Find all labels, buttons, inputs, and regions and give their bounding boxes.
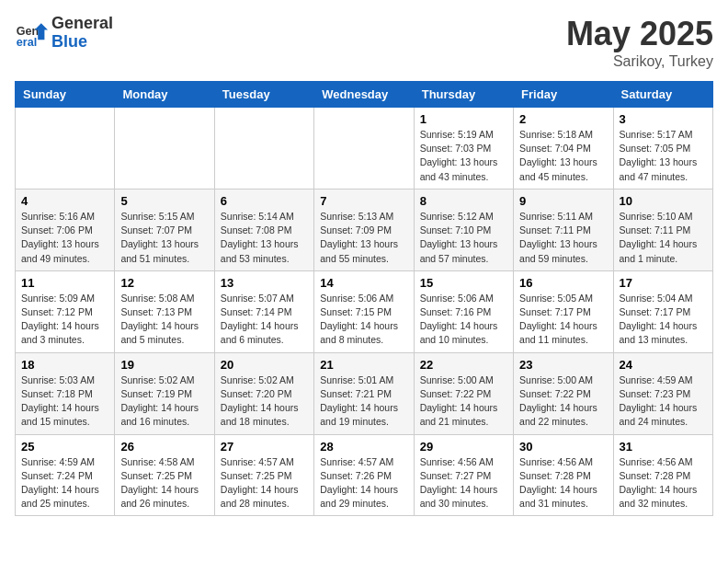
day-number: 7 bbox=[320, 194, 407, 208]
weekday-header-row: SundayMondayTuesdayWednesdayThursdayFrid… bbox=[16, 82, 713, 108]
weekday-header: Sunday bbox=[16, 82, 115, 108]
weekday-header: Thursday bbox=[414, 82, 513, 108]
calendar-cell: 24Sunrise: 4:59 AM Sunset: 7:23 PM Dayli… bbox=[613, 352, 712, 434]
calendar-cell: 23Sunrise: 5:00 AM Sunset: 7:22 PM Dayli… bbox=[514, 352, 613, 434]
day-info: Sunrise: 4:58 AM Sunset: 7:25 PM Dayligh… bbox=[120, 455, 208, 511]
calendar-cell: 30Sunrise: 4:56 AM Sunset: 7:28 PM Dayli… bbox=[514, 434, 613, 516]
day-info: Sunrise: 5:08 AM Sunset: 7:13 PM Dayligh… bbox=[120, 292, 208, 348]
day-info: Sunrise: 5:19 AM Sunset: 7:03 PM Dayligh… bbox=[420, 128, 507, 184]
calendar-cell: 20Sunrise: 5:02 AM Sunset: 7:20 PM Dayli… bbox=[214, 352, 313, 434]
calendar-cell: 22Sunrise: 5:00 AM Sunset: 7:22 PM Dayli… bbox=[414, 352, 513, 434]
weekday-header: Wednesday bbox=[314, 82, 414, 108]
day-number: 26 bbox=[120, 440, 208, 454]
calendar-cell bbox=[314, 108, 414, 190]
day-info: Sunrise: 5:02 AM Sunset: 7:19 PM Dayligh… bbox=[120, 373, 208, 430]
day-info: Sunrise: 5:09 AM Sunset: 7:12 PM Dayligh… bbox=[21, 292, 108, 348]
day-info: Sunrise: 5:07 AM Sunset: 7:14 PM Dayligh… bbox=[221, 292, 308, 348]
day-number: 9 bbox=[519, 194, 607, 208]
calendar-cell: 6Sunrise: 5:14 AM Sunset: 7:08 PM Daylig… bbox=[214, 189, 313, 270]
calendar-cell: 7Sunrise: 5:13 AM Sunset: 7:09 PM Daylig… bbox=[314, 189, 414, 270]
calendar-cell: 21Sunrise: 5:01 AM Sunset: 7:21 PM Dayli… bbox=[314, 352, 414, 434]
day-number: 20 bbox=[221, 358, 308, 372]
day-info: Sunrise: 5:00 AM Sunset: 7:22 PM Dayligh… bbox=[519, 373, 607, 430]
day-number: 1 bbox=[420, 112, 507, 126]
weekday-header: Saturday bbox=[613, 82, 712, 108]
title-block: May 2025 Sarikoy, Turkey bbox=[566, 15, 713, 70]
calendar-cell: 13Sunrise: 5:07 AM Sunset: 7:14 PM Dayli… bbox=[214, 270, 313, 352]
calendar-cell: 1Sunrise: 5:19 AM Sunset: 7:03 PM Daylig… bbox=[414, 108, 513, 190]
calendar-cell: 8Sunrise: 5:12 AM Sunset: 7:10 PM Daylig… bbox=[414, 189, 513, 270]
day-number: 10 bbox=[620, 194, 707, 208]
day-info: Sunrise: 5:06 AM Sunset: 7:16 PM Dayligh… bbox=[420, 292, 507, 348]
svg-text:eral: eral bbox=[17, 36, 37, 49]
day-info: Sunrise: 5:00 AM Sunset: 7:22 PM Dayligh… bbox=[420, 373, 507, 430]
calendar-cell: 19Sunrise: 5:02 AM Sunset: 7:19 PM Dayli… bbox=[115, 352, 214, 434]
logo-general: General bbox=[51, 15, 113, 33]
calendar-cell bbox=[16, 108, 115, 190]
calendar-cell: 17Sunrise: 5:04 AM Sunset: 7:17 PM Dayli… bbox=[613, 270, 712, 352]
day-info: Sunrise: 5:02 AM Sunset: 7:20 PM Dayligh… bbox=[221, 373, 308, 430]
calendar-cell bbox=[115, 108, 214, 190]
logo-text: General Blue bbox=[51, 15, 113, 52]
day-number: 19 bbox=[120, 358, 208, 372]
logo: Gen eral General Blue bbox=[15, 15, 113, 52]
calendar-cell: 16Sunrise: 5:05 AM Sunset: 7:17 PM Dayli… bbox=[514, 270, 613, 352]
day-info: Sunrise: 5:14 AM Sunset: 7:08 PM Dayligh… bbox=[221, 210, 308, 266]
calendar-cell: 12Sunrise: 5:08 AM Sunset: 7:13 PM Dayli… bbox=[115, 270, 214, 352]
weekday-header: Tuesday bbox=[214, 82, 313, 108]
weekday-header: Friday bbox=[514, 82, 613, 108]
calendar-cell: 10Sunrise: 5:10 AM Sunset: 7:11 PM Dayli… bbox=[613, 189, 712, 270]
day-info: Sunrise: 5:10 AM Sunset: 7:11 PM Dayligh… bbox=[620, 210, 707, 266]
day-info: Sunrise: 5:18 AM Sunset: 7:04 PM Dayligh… bbox=[519, 128, 607, 184]
day-number: 3 bbox=[620, 112, 707, 126]
day-number: 6 bbox=[221, 194, 308, 208]
day-info: Sunrise: 4:57 AM Sunset: 7:25 PM Dayligh… bbox=[221, 455, 308, 511]
day-number: 17 bbox=[620, 276, 707, 290]
calendar-cell: 11Sunrise: 5:09 AM Sunset: 7:12 PM Dayli… bbox=[16, 270, 115, 352]
day-number: 23 bbox=[519, 358, 607, 372]
calendar-cell bbox=[214, 108, 313, 190]
day-number: 12 bbox=[120, 276, 208, 290]
day-info: Sunrise: 5:06 AM Sunset: 7:15 PM Dayligh… bbox=[320, 292, 407, 348]
day-info: Sunrise: 5:16 AM Sunset: 7:06 PM Dayligh… bbox=[21, 210, 108, 266]
day-info: Sunrise: 4:59 AM Sunset: 7:24 PM Dayligh… bbox=[21, 455, 108, 511]
calendar-cell: 14Sunrise: 5:06 AM Sunset: 7:15 PM Dayli… bbox=[314, 270, 414, 352]
calendar-cell: 28Sunrise: 4:57 AM Sunset: 7:26 PM Dayli… bbox=[314, 434, 414, 516]
logo-blue: Blue bbox=[51, 33, 113, 52]
calendar-cell: 29Sunrise: 4:56 AM Sunset: 7:27 PM Dayli… bbox=[414, 434, 513, 516]
day-info: Sunrise: 4:57 AM Sunset: 7:26 PM Dayligh… bbox=[320, 455, 407, 511]
month-title: May 2025 bbox=[566, 15, 713, 53]
day-number: 11 bbox=[21, 276, 108, 290]
day-number: 16 bbox=[519, 276, 607, 290]
day-number: 24 bbox=[620, 358, 707, 372]
calendar-week-row: 25Sunrise: 4:59 AM Sunset: 7:24 PM Dayli… bbox=[16, 434, 713, 516]
calendar-cell: 3Sunrise: 5:17 AM Sunset: 7:05 PM Daylig… bbox=[613, 108, 712, 190]
location: Sarikoy, Turkey bbox=[566, 53, 713, 70]
day-number: 30 bbox=[519, 440, 607, 454]
day-number: 27 bbox=[221, 440, 308, 454]
calendar-cell: 25Sunrise: 4:59 AM Sunset: 7:24 PM Dayli… bbox=[16, 434, 115, 516]
day-info: Sunrise: 5:13 AM Sunset: 7:09 PM Dayligh… bbox=[320, 210, 407, 266]
day-number: 15 bbox=[420, 276, 507, 290]
page-header: Gen eral General Blue May 2025 Sarikoy, … bbox=[15, 15, 713, 70]
calendar-cell: 4Sunrise: 5:16 AM Sunset: 7:06 PM Daylig… bbox=[16, 189, 115, 270]
day-info: Sunrise: 5:17 AM Sunset: 7:05 PM Dayligh… bbox=[620, 128, 707, 184]
weekday-header: Monday bbox=[115, 82, 214, 108]
day-info: Sunrise: 5:05 AM Sunset: 7:17 PM Dayligh… bbox=[519, 292, 607, 348]
day-number: 28 bbox=[320, 440, 407, 454]
day-number: 5 bbox=[120, 194, 208, 208]
day-number: 2 bbox=[519, 112, 607, 126]
calendar-cell: 5Sunrise: 5:15 AM Sunset: 7:07 PM Daylig… bbox=[115, 189, 214, 270]
calendar-week-row: 4Sunrise: 5:16 AM Sunset: 7:06 PM Daylig… bbox=[16, 189, 713, 270]
day-number: 8 bbox=[420, 194, 507, 208]
day-number: 4 bbox=[21, 194, 108, 208]
day-number: 14 bbox=[320, 276, 407, 290]
logo-icon: Gen eral bbox=[15, 17, 48, 50]
day-info: Sunrise: 4:59 AM Sunset: 7:23 PM Dayligh… bbox=[620, 373, 707, 430]
day-info: Sunrise: 4:56 AM Sunset: 7:28 PM Dayligh… bbox=[620, 455, 707, 511]
day-number: 18 bbox=[21, 358, 108, 372]
day-info: Sunrise: 4:56 AM Sunset: 7:27 PM Dayligh… bbox=[420, 455, 507, 511]
day-number: 21 bbox=[320, 358, 407, 372]
day-info: Sunrise: 5:15 AM Sunset: 7:07 PM Dayligh… bbox=[120, 210, 208, 266]
calendar-week-row: 1Sunrise: 5:19 AM Sunset: 7:03 PM Daylig… bbox=[16, 108, 713, 190]
